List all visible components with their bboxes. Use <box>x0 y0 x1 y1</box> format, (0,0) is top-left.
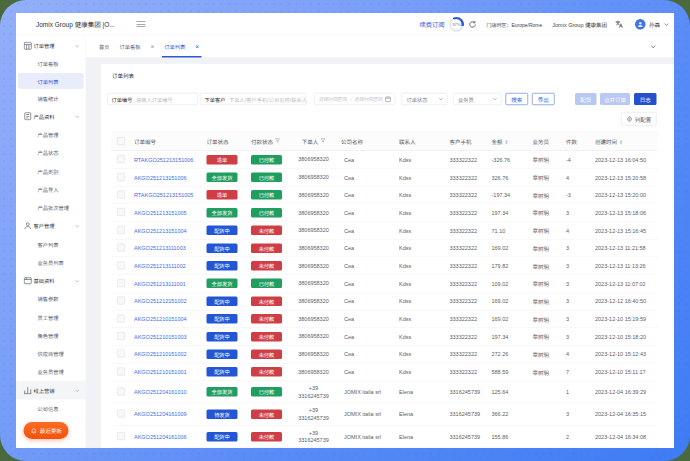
refresh-icon[interactable] <box>468 20 476 28</box>
row-checkbox[interactable] <box>117 367 125 375</box>
user-menu-chevron-down-icon[interactable] <box>664 22 669 27</box>
row-checkbox[interactable] <box>117 332 125 340</box>
column-config-button[interactable]: 列配置 <box>621 112 657 126</box>
column-header-buyer[interactable]: 下单人 <box>286 137 341 145</box>
row-checkbox[interactable] <box>117 410 125 418</box>
sidebar-item-客户列表[interactable]: 客户列表 <box>16 235 86 253</box>
sidebar-item-产品资料[interactable]: 产品资料 <box>16 107 86 125</box>
row-checkbox[interactable] <box>117 261 125 269</box>
column-header-qty[interactable]: 件数 <box>566 137 595 145</box>
order-no-filter-input[interactable]: 订单编号 请输入订单编号 <box>107 93 198 105</box>
order-no-link[interactable]: AKGO251213151005 <box>134 210 187 216</box>
filter-icon[interactable] <box>275 138 280 144</box>
sort-icon[interactable] <box>619 137 623 145</box>
order-no-link[interactable]: AKGO251213111002 <box>134 263 186 269</box>
search-button[interactable]: 搜索 <box>506 93 529 105</box>
cell-buyer: 3806958320 <box>286 315 341 323</box>
column-header-status[interactable]: 订单状态 <box>207 137 252 145</box>
sidebar-item-销售统计[interactable]: 销售统计 <box>16 89 86 107</box>
export-button[interactable]: 导出 <box>532 93 555 105</box>
tab-首页[interactable]: 首页 <box>99 36 110 58</box>
row-checkbox[interactable] <box>117 279 125 287</box>
date-range-picker[interactable]: 选择时间区间 - 选择时间区间 <box>314 93 395 105</box>
sidebar-item-角色管理[interactable]: 角色管理 <box>16 326 86 344</box>
salesperson-select[interactable]: 业务员 <box>453 93 502 105</box>
select-all-checkbox[interactable] <box>117 137 125 145</box>
column-header-contact[interactable]: 联系人 <box>399 137 450 145</box>
sidebar-item-线上营销[interactable]: 线上营销 <box>16 381 86 399</box>
sidebar-item-产品类别[interactable]: 产品类别 <box>16 162 86 180</box>
order-no-link[interactable]: AKGO251213111003 <box>134 245 186 251</box>
language-switch-icon[interactable] <box>615 20 624 29</box>
sidebar-item-订单管理[interactable]: 订单管理 <box>16 37 86 55</box>
column-header-created[interactable]: 创建时间 <box>595 137 658 145</box>
cell-amount: 169.02 <box>492 298 533 304</box>
row-checkbox[interactable] <box>117 350 125 358</box>
row-checkbox[interactable] <box>117 314 125 322</box>
order-no-link[interactable]: AKGO251213151004 <box>134 227 187 233</box>
table-row: AKGO251213111002配货中未付款3806958320CeaKdss3… <box>111 257 658 275</box>
renew-subscription-link[interactable]: 续费订阅 <box>419 20 444 30</box>
column-header-pay[interactable]: 付款状态 <box>251 137 286 145</box>
row-checkbox[interactable] <box>117 190 125 198</box>
row-checkbox[interactable] <box>117 432 125 440</box>
tab-订单看板[interactable]: 订单看板× <box>120 36 155 58</box>
sidebar-item-业务员管理[interactable]: 业务员管理 <box>16 363 86 381</box>
row-checkbox[interactable] <box>117 173 125 181</box>
sidebar-item-公司信息[interactable]: 公司信息 <box>16 399 86 417</box>
order-no-link[interactable]: AKGO251210151001 <box>134 369 187 375</box>
row-checkbox[interactable] <box>117 208 125 216</box>
sidebar-item-基础资料[interactable]: 基础资料 <box>16 272 86 290</box>
cell-buyer: 3806958320 <box>286 227 341 235</box>
column-header-no[interactable]: 订单编号 <box>134 137 207 145</box>
order-no-link[interactable]: AKGO251204161009 <box>134 411 187 417</box>
log-button[interactable]: 日志 <box>634 93 657 105</box>
table-row: AKGO251210151001配货中未付款3806958320CeaKdss3… <box>111 363 658 381</box>
filter-icon[interactable] <box>320 138 325 144</box>
row-checkbox[interactable] <box>117 155 125 163</box>
order-no-link[interactable]: AKGO251210151002 <box>134 351 187 357</box>
column-header-sales[interactable]: 业务员 <box>533 137 567 145</box>
column-header-phone[interactable]: 客户手机 <box>450 137 492 145</box>
sidebar-item-业务员列表[interactable]: 业务员列表 <box>16 253 86 271</box>
row-checkbox[interactable] <box>117 297 125 305</box>
merge-orders-button[interactable]: 合并订单 <box>600 93 630 105</box>
sidebar-item-订单列表[interactable]: 订单列表 <box>18 73 84 89</box>
order-no-link[interactable]: AKGO251210151004 <box>134 316 187 322</box>
tab-close-icon[interactable]: × <box>151 44 155 51</box>
order-no-link[interactable]: AKGO251204161006 <box>134 434 187 440</box>
menu-toggle-icon[interactable] <box>137 21 146 27</box>
sidebar-item-客户管理[interactable]: 客户管理 <box>16 217 86 235</box>
sidebar-item-产品批次管理[interactable]: 产品批次管理 <box>16 199 86 217</box>
cell-salesperson: 章树玥 <box>533 262 567 270</box>
user-avatar[interactable] <box>635 19 646 30</box>
column-header-amount[interactable]: 金额 <box>492 137 533 145</box>
sidebar-item-员工管理[interactable]: 员工管理 <box>16 308 86 326</box>
allocate-button[interactable]: 配货 <box>575 93 597 105</box>
order-no-link[interactable]: AKGO251213111001 <box>134 280 186 286</box>
order-no-link[interactable]: AKGO251212151002 <box>134 298 187 304</box>
order-no-link[interactable]: AKGO251204161010 <box>134 389 187 395</box>
customer-filter-input[interactable]: 下单客户 下单人/客户手机/公司名称/联系人 <box>200 93 306 105</box>
order-status-select[interactable]: 订单状态 <box>402 93 448 105</box>
recent-updates-button[interactable]: 最近更新 <box>24 422 69 439</box>
tab-close-icon[interactable]: × <box>195 44 199 51</box>
sort-icon[interactable] <box>505 137 509 145</box>
tabs-dropdown-chevron-icon[interactable] <box>651 36 657 58</box>
order-no-link[interactable]: AKGO251213151006 <box>134 174 187 180</box>
sidebar-item-订单看板[interactable]: 订单看板 <box>16 55 86 73</box>
tab-订单列表[interactable]: 订单列表× <box>164 36 199 58</box>
order-status-badge: 配货中 <box>207 314 238 324</box>
sidebar-item-供应商管理[interactable]: 供应商管理 <box>16 345 86 363</box>
sidebar-item-产品管理[interactable]: 产品管理 <box>16 126 86 144</box>
column-header-company[interactable]: 公司名称 <box>341 137 399 145</box>
order-no-link[interactable]: RTAKGO251213151005 <box>134 192 193 198</box>
sidebar-item-销售参数[interactable]: 销售参数 <box>16 290 86 308</box>
row-checkbox[interactable] <box>117 244 125 252</box>
sidebar-item-产品导入[interactable]: 产品导入 <box>16 180 86 198</box>
sidebar-item-产品状态[interactable]: 产品状态 <box>16 144 86 162</box>
row-checkbox[interactable] <box>117 387 125 395</box>
order-no-link[interactable]: RTAKGO251213151006 <box>134 157 193 163</box>
row-checkbox[interactable] <box>117 226 125 234</box>
order-no-link[interactable]: AKGO251210151003 <box>134 334 187 340</box>
